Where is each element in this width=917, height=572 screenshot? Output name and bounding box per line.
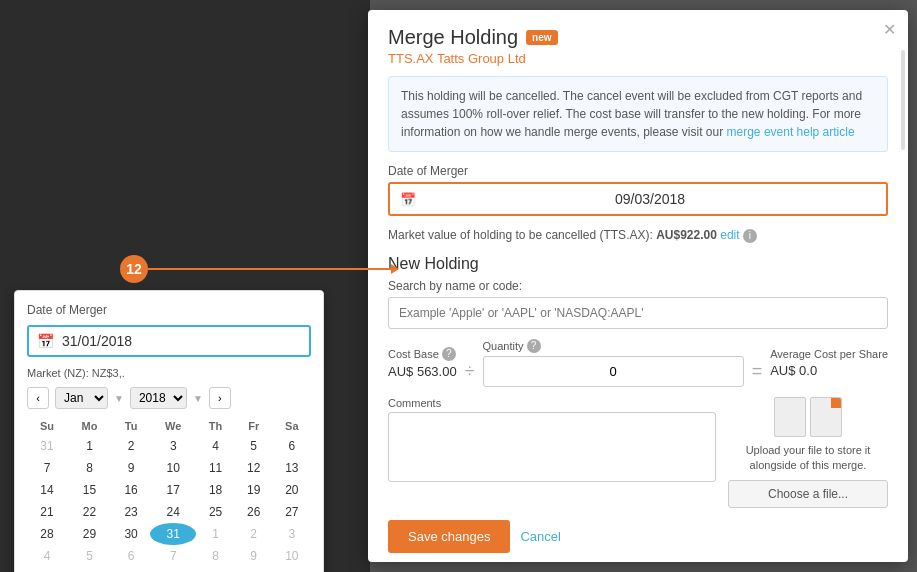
- merger-date-section: Date of Merger 📅: [388, 164, 888, 216]
- date-field-label: Date of Merger: [388, 164, 888, 178]
- month-dropdown-icon: ▼: [114, 393, 124, 404]
- calendar-prev-button[interactable]: ‹: [27, 387, 49, 409]
- calendar-day[interactable]: 31: [150, 523, 196, 545]
- calendar-day[interactable]: 21: [27, 501, 67, 523]
- modal-header: Merge Holding new TTS.AX Tatts Group Ltd: [368, 10, 908, 76]
- calendar-label: Date of Merger: [27, 303, 311, 317]
- calendar-day-header: Sa: [273, 417, 311, 435]
- calendar-day[interactable]: 13: [273, 457, 311, 479]
- market-value-edit-link[interactable]: edit: [720, 228, 739, 242]
- comments-upload-row: Comments Upload your file to store it al…: [388, 397, 888, 508]
- calendar-day[interactable]: 14: [27, 479, 67, 501]
- calendar-day[interactable]: 30: [112, 523, 150, 545]
- comments-textarea[interactable]: [388, 412, 716, 482]
- upload-icon-area: [774, 397, 842, 437]
- avg-cost-label: Average Cost per Share: [770, 348, 888, 360]
- calendar-day[interactable]: 6: [273, 435, 311, 457]
- calendar-day[interactable]: 2: [112, 435, 150, 457]
- calendar-day[interactable]: 19: [235, 479, 273, 501]
- calendar-day[interactable]: 20: [273, 479, 311, 501]
- calendar-date-field[interactable]: [62, 333, 301, 349]
- market-value-info-icon[interactable]: i: [743, 229, 757, 243]
- calendar-day[interactable]: 1: [196, 523, 234, 545]
- calendar-day[interactable]: 27: [273, 501, 311, 523]
- equals-symbol: =: [752, 361, 763, 382]
- merger-date-input[interactable]: [424, 191, 876, 207]
- market-value-amount: AU$922.00: [656, 228, 717, 242]
- calendar-day[interactable]: 18: [196, 479, 234, 501]
- calendar-day[interactable]: 3: [273, 523, 311, 545]
- modal-close-button[interactable]: ✕: [883, 20, 896, 39]
- calendar-year-select[interactable]: 2016201720182019: [130, 387, 187, 409]
- calendar-day[interactable]: 4: [27, 545, 67, 567]
- calendar-day[interactable]: 17: [150, 479, 196, 501]
- merge-help-link[interactable]: merge event help article: [727, 125, 855, 139]
- quantity-input[interactable]: [483, 356, 744, 387]
- calendar-panel: Date of Merger 📅 Market (NZ): NZ$3,. ‹ J…: [14, 290, 324, 572]
- calendar-next-button[interactable]: ›: [209, 387, 231, 409]
- calendar-day[interactable]: 24: [150, 501, 196, 523]
- calendar-icon: 📅: [37, 333, 54, 349]
- cost-base-value: AU$ 563.00: [388, 364, 457, 379]
- calendar-day-header: Fr: [235, 417, 273, 435]
- calendar-day[interactable]: 6: [112, 545, 150, 567]
- calendar-day[interactable]: 28: [27, 523, 67, 545]
- calendar-day[interactable]: 9: [112, 457, 150, 479]
- file-icon-1: [774, 397, 806, 437]
- calendar-day-header: Mo: [67, 417, 112, 435]
- calendar-day[interactable]: 5: [235, 435, 273, 457]
- modal-title: Merge Holding new: [388, 26, 888, 49]
- cost-base-info-icon[interactable]: ?: [442, 347, 456, 361]
- calendar-day[interactable]: 16: [112, 479, 150, 501]
- calendar-day[interactable]: 7: [27, 457, 67, 479]
- calendar-day[interactable]: 12: [235, 457, 273, 479]
- calendar-day[interactable]: 31: [27, 435, 67, 457]
- calendar-day[interactable]: 11: [196, 457, 234, 479]
- calendar-day[interactable]: 8: [196, 545, 234, 567]
- arrow-indicator: [148, 268, 398, 270]
- file-icon-2: [810, 397, 842, 437]
- calendar-day[interactable]: 10: [273, 545, 311, 567]
- avg-cost-column: Average Cost per Share AU$ 0.0: [770, 348, 888, 378]
- action-row: Save changes Cancel: [388, 520, 888, 553]
- calendar-day[interactable]: 15: [67, 479, 112, 501]
- choose-file-button[interactable]: Choose a file...: [728, 480, 888, 508]
- step-badge: 12: [120, 255, 148, 283]
- calendar-day[interactable]: 25: [196, 501, 234, 523]
- new-holding-section: New Holding Search by name or code: Cost…: [388, 255, 888, 387]
- quantity-info-icon[interactable]: ?: [527, 339, 541, 353]
- calendar-day[interactable]: 2: [235, 523, 273, 545]
- save-changes-button[interactable]: Save changes: [388, 520, 510, 553]
- modal-info-box: This holding will be cancelled. The canc…: [388, 76, 888, 152]
- date-input-box[interactable]: 📅: [388, 182, 888, 216]
- calendar-day[interactable]: 26: [235, 501, 273, 523]
- calendar-day[interactable]: 5: [67, 545, 112, 567]
- calendar-day[interactable]: 29: [67, 523, 112, 545]
- calendar-grid: SuMoTuWeThFrSa 3112345678910111213141516…: [27, 417, 311, 567]
- calendar-day[interactable]: 22: [67, 501, 112, 523]
- calendar-day[interactable]: 7: [150, 545, 196, 567]
- calendar-day-header: Su: [27, 417, 67, 435]
- market-value-line: Market value of holding to be cancelled …: [388, 228, 888, 243]
- upload-column: Upload your file to store it alongside o…: [728, 397, 888, 508]
- calendar-day[interactable]: 23: [112, 501, 150, 523]
- calendar-day-header: Tu: [112, 417, 150, 435]
- year-dropdown-icon: ▼: [193, 393, 203, 404]
- market-value-label: Market value of holding to be cancelled …: [388, 228, 653, 242]
- date-calendar-icon: 📅: [400, 192, 416, 207]
- calendar-day[interactable]: 9: [235, 545, 273, 567]
- cancel-button[interactable]: Cancel: [520, 529, 560, 544]
- modal-subtitle: TTS.AX Tatts Group Ltd: [388, 51, 888, 66]
- cost-base-column: Cost Base ? AU$ 563.00: [388, 347, 457, 379]
- calendar-day[interactable]: 8: [67, 457, 112, 479]
- calendar-day[interactable]: 4: [196, 435, 234, 457]
- calendar-day[interactable]: 10: [150, 457, 196, 479]
- holding-search-input[interactable]: [388, 297, 888, 329]
- modal-title-text: Merge Holding: [388, 26, 518, 49]
- calendar-month-select[interactable]: JanFebMar AprMayJun JulAugSep OctNovDec: [55, 387, 108, 409]
- divide-symbol: ÷: [465, 361, 475, 382]
- calendar-day[interactable]: 1: [67, 435, 112, 457]
- calendar-day[interactable]: 3: [150, 435, 196, 457]
- calendar-extra-info: Market (NZ): NZ$3,.: [27, 367, 311, 379]
- calendar-date-input[interactable]: 📅: [27, 325, 311, 357]
